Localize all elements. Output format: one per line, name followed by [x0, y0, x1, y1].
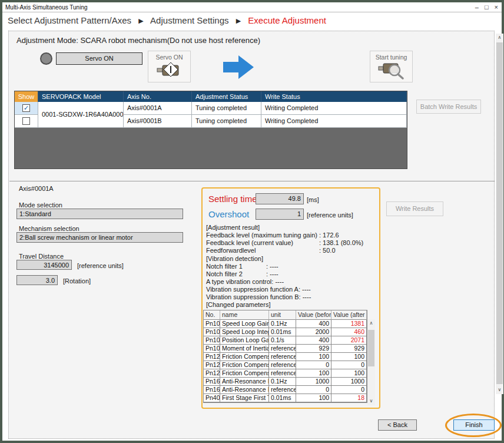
- travel-distance-units-field[interactable]: 3145000: [16, 260, 72, 270]
- col-header-axis: Axis No.: [124, 91, 192, 102]
- settling-time-label: Settling time: [208, 194, 257, 204]
- axis-checkbox-1[interactable]: [22, 117, 30, 125]
- param-before: 400: [296, 336, 331, 345]
- param-unit: 0.1Hz: [269, 320, 296, 328]
- overshoot-unit: [reference units]: [307, 211, 353, 219]
- param-unit: 0.1Hz: [269, 378, 296, 386]
- param-after: 1000: [331, 378, 367, 386]
- param-after: 100: [331, 369, 367, 378]
- travel-distance-units-unit: [reference units]: [77, 262, 124, 269]
- title-bar: Multi-Axis Simultaneous Tuning – □ ×: [2, 2, 502, 12]
- mechanism-selection-field[interactable]: 2:Ball screw mechanism or linear motor: [16, 232, 183, 243]
- mode-selection-field[interactable]: 1:Standard: [16, 209, 183, 219]
- param-no: Pn161: [204, 378, 220, 386]
- col-header-model: SERVOPACK Model: [38, 91, 124, 102]
- param-name: Friction Compensat: [220, 361, 269, 369]
- param-name: Anti-Resonance Da: [220, 386, 269, 394]
- param-no: Pn401: [204, 394, 220, 402]
- app-frame: Multi-Axis Simultaneous Tuning – □ × Sel…: [0, 0, 504, 443]
- param-name: Moment of Inertia R: [220, 345, 269, 353]
- param-name: Friction Compensat: [220, 353, 269, 361]
- param-before: 2000: [296, 328, 331, 336]
- param-after: 460: [331, 328, 367, 336]
- changed-parameters-title: [Changed parameters]: [206, 301, 270, 309]
- param-before: 0: [296, 386, 331, 394]
- param-before: 100: [296, 369, 331, 378]
- servo-motor-icon: [156, 61, 183, 78]
- param-unit: 0.1/s: [269, 336, 296, 345]
- travel-distance-rotation-field[interactable]: 3.0: [16, 275, 58, 285]
- param-no: Pn100: [204, 320, 220, 328]
- servo-status-led: [40, 52, 52, 65]
- travel-distance-label: Travel Distance: [19, 253, 64, 260]
- param-after: 0: [331, 386, 367, 394]
- param-after: 18: [331, 394, 367, 402]
- param-before: 100: [296, 353, 331, 361]
- param-unit: reference u: [269, 345, 296, 353]
- changed-parameters-table: No. name unit Value (before Value (after…: [203, 310, 367, 403]
- param-after: 0: [331, 361, 367, 369]
- start-tuning-button[interactable]: Start tuning: [370, 51, 413, 82]
- breadcrumb-arrow-icon: ▶: [236, 17, 241, 24]
- adjustment-status-cell: Tuning completed: [192, 102, 261, 115]
- param-name: Speed Loop Integra: [220, 328, 269, 336]
- scroll-down-icon[interactable]: ∨: [496, 386, 503, 394]
- param-after: 1381: [331, 320, 367, 328]
- write-results-button[interactable]: Write Results: [386, 201, 443, 216]
- overshoot-value: 1: [256, 209, 304, 220]
- vibration-detection-block: [Vibration detection] Notch filter 1: --…: [206, 255, 311, 301]
- col-header-write-status: Write Status: [261, 91, 407, 102]
- param-before: 1000: [296, 378, 331, 386]
- adjustment-result-title: [Adjustment result]: [206, 224, 363, 232]
- scrollbar-thumb[interactable]: [496, 42, 503, 384]
- maximize-icon[interactable]: □: [485, 4, 489, 11]
- next-step-arrow-icon: [223, 54, 254, 82]
- param-name: Anti-Resonance Fre: [220, 378, 269, 386]
- breadcrumb-step-execute: Execute Adjustment: [248, 15, 326, 25]
- param-after: 929: [331, 345, 367, 353]
- breadcrumb-step-settings[interactable]: Adjustment Settings: [150, 15, 228, 25]
- param-name: First Stage First Tor: [220, 394, 269, 402]
- servo-on-button[interactable]: Servo ON: [148, 51, 191, 82]
- breadcrumb-arrow-icon: ▶: [138, 17, 143, 24]
- servo-on-indicator[interactable]: Servo ON: [56, 52, 142, 65]
- mode-selection-label: Mode selection: [19, 201, 62, 209]
- adjustment-result-block: [Adjustment result] Feedback level (maxi…: [206, 224, 363, 254]
- params-scrollbar[interactable]: ∧ ∨: [367, 319, 375, 405]
- back-button[interactable]: < Back: [378, 419, 417, 431]
- adjustment-status-cell: Tuning completed: [192, 115, 261, 128]
- scroll-up-icon[interactable]: ∧: [496, 34, 503, 42]
- param-unit: reference u: [269, 361, 296, 369]
- param-before: 400: [296, 320, 331, 328]
- window-title: Multi-Axis Simultaneous Tuning: [5, 4, 88, 11]
- write-status-cell: Writing Completed: [261, 102, 407, 115]
- vibration-detection-title: [Vibration detection]: [206, 255, 311, 263]
- scroll-down-icon[interactable]: ∨: [367, 397, 375, 405]
- param-unit: 0.01ms: [269, 328, 296, 336]
- travel-distance-rotation-unit: [Rotation]: [63, 277, 91, 285]
- dialog-window: Multi-Axis Simultaneous Tuning – □ × Sel…: [2, 2, 502, 441]
- param-no: Pn123: [204, 361, 220, 369]
- param-before: 929: [296, 345, 331, 353]
- param-name: Speed Loop Gain: [220, 320, 269, 328]
- param-no: Pn163: [204, 386, 220, 394]
- mechanism-selection-label: Mechanism selection: [19, 225, 79, 232]
- param-after: 100: [331, 353, 367, 361]
- scroll-up-icon[interactable]: ∧: [367, 319, 375, 328]
- minimize-icon[interactable]: –: [475, 4, 479, 11]
- breadcrumb: Select Adjustment Pattern/Axes ▶ Adjustm…: [8, 15, 326, 25]
- param-before: 0: [296, 361, 331, 369]
- axes-table: Show SERVOPACK Model Axis No. Adjustment…: [14, 91, 407, 169]
- breadcrumb-step-pattern[interactable]: Select Adjustment Pattern/Axes: [8, 15, 131, 25]
- param-unit: reference u: [269, 386, 296, 394]
- param-no: Pn121: [204, 353, 220, 361]
- window-scrollbar[interactable]: ∧ ∨: [496, 34, 503, 394]
- settling-time-unit: [ms]: [307, 196, 319, 203]
- param-no: Pn101: [204, 328, 220, 336]
- axis-checkbox-0[interactable]: ✓: [22, 104, 30, 112]
- batch-write-results-button[interactable]: Batch Write Results: [416, 100, 481, 114]
- col-header-adjustment-status: Adjustment Status: [192, 91, 261, 102]
- close-icon[interactable]: ×: [495, 4, 498, 11]
- finish-button[interactable]: Finish: [453, 419, 495, 431]
- scrollbar-thumb[interactable]: [368, 330, 374, 366]
